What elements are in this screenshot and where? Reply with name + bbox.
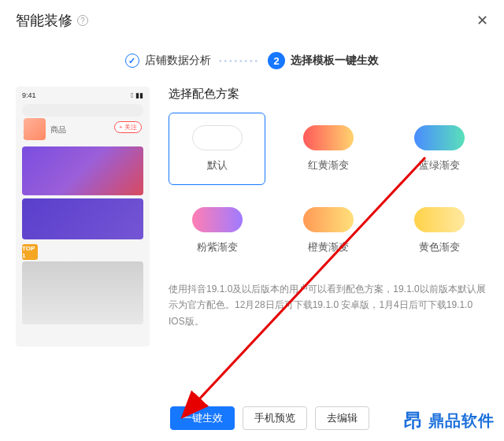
watermark: 昂 鼎品软件: [404, 408, 495, 433]
content-area: 9:41 􀙇 ▮▮ + 关注 精选 商品 TOP 1 选择配色方案 默认: [0, 87, 504, 346]
steps-bar: ✓ 店铺数据分析 •••••••• 2 选择模板一键生效: [0, 38, 504, 87]
swatch-default: [192, 125, 243, 150]
watermark-logo-icon: 昂: [404, 408, 424, 433]
signal-icon: 􀙇 ▮▮: [131, 91, 143, 99]
scheme-title: 选择配色方案: [169, 87, 488, 102]
modal: 智能装修 ? ✕ ✓ 店铺数据分析 •••••••• 2 选择模板一键生效 9:…: [0, 0, 504, 441]
scheme-name: 黄色渐变: [419, 240, 460, 254]
swatch-orange-yellow: [303, 207, 354, 232]
scheme-blue-green[interactable]: 蓝绿渐变: [391, 113, 488, 185]
follow-button: + 关注: [114, 121, 142, 133]
step-2: 2 选择模板一键生效: [268, 52, 379, 69]
scheme-name: 粉紫渐变: [197, 240, 238, 254]
scheme-panel: 选择配色方案 默认 红黄渐变 蓝绿渐变 粉紫渐变: [169, 87, 488, 346]
close-icon[interactable]: ✕: [476, 12, 488, 29]
apply-button[interactable]: 一键生效: [170, 406, 235, 430]
scheme-name: 蓝绿渐变: [419, 158, 460, 172]
version-hint: 使用抖音19.1.0及以后版本的用户可以看到配色方案，19.1.0以前版本默认展…: [169, 281, 488, 329]
scheme-name: 橙黄渐变: [308, 240, 349, 254]
preview-banner-1: [22, 146, 143, 195]
mobile-preview-button[interactable]: 手机预览: [243, 406, 307, 430]
scheme-orange-yellow[interactable]: 橙黄渐变: [280, 195, 376, 267]
phone-status-bar: 9:41 􀙇 ▮▮: [16, 87, 150, 101]
shop-avatar: [24, 118, 46, 140]
scheme-default[interactable]: 默认: [169, 113, 265, 185]
help-icon[interactable]: ?: [77, 15, 88, 26]
preview-banner-2: [22, 198, 143, 239]
phone-search-bar: [22, 104, 143, 117]
step-1: ✓ 店铺数据分析: [125, 54, 211, 68]
step-connector: ••••••••: [219, 57, 260, 65]
swatch-red-yellow: [303, 125, 354, 150]
phone-time: 9:41: [22, 91, 36, 99]
scheme-grid: 默认 红黄渐变 蓝绿渐变 粉紫渐变 橙黄渐变: [169, 113, 488, 267]
modal-header: 智能装修 ? ✕: [0, 0, 504, 38]
step-2-num: 2: [268, 52, 285, 69]
scheme-pink-purple[interactable]: 粉紫渐变: [169, 195, 265, 267]
step-2-label: 选择模板一键生效: [291, 54, 379, 68]
scheme-name: 红黄渐变: [308, 158, 349, 172]
check-icon: ✓: [125, 54, 139, 68]
scheme-yellow[interactable]: 黄色渐变: [391, 195, 488, 267]
swatch-blue-green: [414, 125, 465, 150]
tab-products: 商品: [50, 124, 66, 139]
step-1-label: 店铺数据分析: [145, 54, 211, 68]
top-badge: TOP 1: [22, 244, 38, 260]
scheme-name: 默认: [207, 158, 228, 172]
scheme-red-yellow[interactable]: 红黄渐变: [280, 113, 376, 185]
go-edit-button[interactable]: 去编辑: [315, 406, 369, 430]
swatch-pink-purple: [192, 207, 243, 232]
modal-title: 智能装修: [16, 11, 72, 30]
phone-preview: 9:41 􀙇 ▮▮ + 关注 精选 商品 TOP 1: [16, 87, 150, 346]
title-wrap: 智能装修 ?: [16, 11, 88, 30]
watermark-text: 鼎品软件: [428, 410, 495, 432]
preview-banner-3: [22, 261, 143, 324]
swatch-yellow: [414, 207, 465, 232]
